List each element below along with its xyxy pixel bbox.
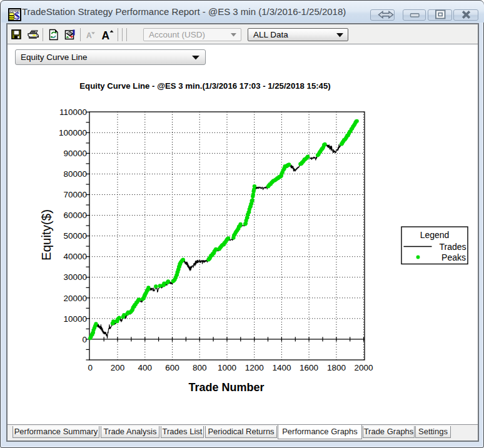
svg-text:Trades: Trades <box>439 242 466 252</box>
svg-text:60000: 60000 <box>63 211 87 220</box>
svg-text:1400: 1400 <box>272 363 291 372</box>
svg-text:Equity Curve Line - @ES 3 min.: Equity Curve Line - @ES 3 min.(1/3/2016 … <box>79 81 330 91</box>
svg-text:110000: 110000 <box>59 107 87 117</box>
svg-text:0: 0 <box>82 335 87 344</box>
svg-text:Peaks: Peaks <box>441 252 466 262</box>
svg-text:Legend: Legend <box>420 230 450 240</box>
svg-text:40000: 40000 <box>63 252 87 261</box>
svg-text:1000: 1000 <box>218 363 236 372</box>
svg-text:70000: 70000 <box>63 190 87 199</box>
svg-text:100000: 100000 <box>59 128 87 137</box>
svg-text:0: 0 <box>88 363 93 372</box>
svg-text:10000: 10000 <box>63 314 87 324</box>
svg-text:2000: 2000 <box>355 363 373 372</box>
svg-text:Trade Number: Trade Number <box>188 381 264 394</box>
svg-text:1200: 1200 <box>245 363 264 372</box>
svg-text:600: 600 <box>165 363 179 372</box>
svg-text:90000: 90000 <box>63 149 87 158</box>
svg-text:1800: 1800 <box>327 363 346 372</box>
svg-text:50000: 50000 <box>63 231 87 241</box>
svg-text:400: 400 <box>138 363 153 372</box>
svg-text:Equity($): Equity($) <box>39 209 53 261</box>
svg-text:30000: 30000 <box>63 272 87 282</box>
svg-text:200: 200 <box>111 363 125 372</box>
svg-text:1600: 1600 <box>300 363 318 372</box>
svg-text:80000: 80000 <box>63 169 87 179</box>
svg-text:800: 800 <box>193 363 207 372</box>
svg-text:20000: 20000 <box>63 294 87 303</box>
